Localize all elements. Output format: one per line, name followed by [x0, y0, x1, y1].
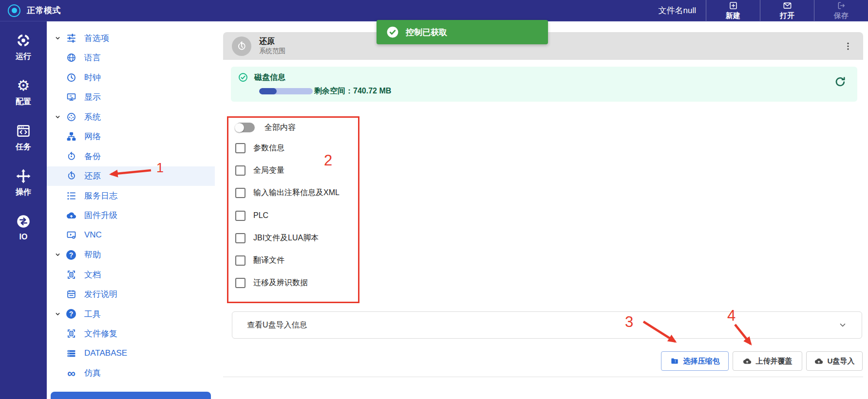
usb-import-info-row[interactable]: 查看U盘导入信息: [232, 311, 862, 339]
io-arrows-icon: [16, 214, 31, 229]
sidebar-item-label: 文档: [84, 269, 101, 280]
clock-icon: [66, 73, 76, 83]
mode-status-icon: [8, 4, 20, 17]
sidebar-item-label: 备份: [84, 151, 101, 162]
restore-options-list: 全部内容 参数信息 全局变量 输入输出注释信息及XML PLC JBI文件及LU…: [227, 116, 359, 294]
checkbox[interactable]: [235, 211, 245, 221]
folder-icon: [670, 357, 679, 365]
checkbox[interactable]: [235, 278, 245, 288]
sidebar-item-vnc[interactable]: VNC: [47, 225, 215, 245]
upload-overwrite-label: 上传并覆盖: [756, 357, 793, 366]
disk-progress-bar: [259, 88, 313, 94]
checkbox[interactable]: [235, 188, 245, 198]
nav-rail-item-tasks[interactable]: 任务: [16, 124, 31, 153]
sidebar-item-backup[interactable]: 备份: [47, 146, 215, 166]
save-button-label: 保存: [834, 11, 849, 20]
database-icon: [66, 348, 76, 359]
sidebar-item-language[interactable]: 语言: [47, 48, 215, 68]
usb-import-info-label: 查看U盘导入信息: [247, 320, 307, 330]
mode-label: 正常模式: [27, 5, 61, 16]
upload-overwrite-button[interactable]: 上传并覆盖: [733, 351, 802, 371]
disk-progress-fill: [259, 88, 277, 94]
nav-rail-label: 任务: [16, 142, 31, 152]
checkbox[interactable]: [235, 165, 245, 176]
select-all-row: 全部内容: [235, 118, 359, 137]
option-row-global-vars: 全局变量: [235, 159, 359, 181]
sidebar-bottom-button[interactable]: [51, 392, 211, 399]
new-button-label: 新建: [726, 11, 740, 20]
sidebar-item-firmware-upgrade[interactable]: 固件升级: [47, 206, 215, 226]
new-file-icon: [729, 1, 738, 10]
sidebar-item-label: 仿真: [84, 367, 101, 379]
sliders-icon: [66, 33, 76, 43]
restore-clock-icon: [236, 41, 247, 52]
chevron-down-icon: [54, 310, 61, 318]
settings-menu: 首选项 语言 时钟 显示 系统 网络: [47, 21, 215, 399]
sidebar-item-simulation[interactable]: 仿真: [47, 363, 215, 383]
select-all-toggle[interactable]: [235, 123, 255, 132]
open-button[interactable]: 打开: [760, 0, 814, 21]
sidebar-item-system[interactable]: 系统: [47, 107, 215, 127]
sidebar-item-service-log[interactable]: 服务日志: [47, 186, 215, 206]
sidebar-item-help[interactable]: 帮助: [47, 245, 215, 265]
nav-rail-label: 运行: [16, 52, 31, 62]
sidebar-item-label: 时钟: [84, 72, 101, 83]
task-window-icon: [16, 124, 31, 138]
panel-header-text: 还原 系统范围: [259, 36, 285, 55]
open-file-icon: [783, 1, 792, 10]
nav-rail-item-operate[interactable]: 操作: [16, 169, 31, 198]
nav-rail-label: IO: [19, 233, 28, 241]
sidebar-item-clock[interactable]: 时钟: [47, 68, 215, 88]
sidebar-item-release-notes[interactable]: 发行说明: [47, 285, 215, 305]
kebab-menu-icon: [843, 41, 853, 51]
checkbox[interactable]: [235, 143, 245, 153]
sidebar-item-display[interactable]: 显示: [47, 88, 215, 108]
sidebar-item-docs[interactable]: 文档: [47, 265, 215, 285]
option-row-io-comments-xml: 输入输出注释信息及XML: [235, 182, 359, 204]
sidebar-item-restore[interactable]: 还原: [47, 166, 215, 186]
refresh-button[interactable]: [834, 75, 847, 88]
sidebar-item-tools[interactable]: 工具: [47, 304, 215, 324]
nav-rail-item-run[interactable]: 运行: [16, 33, 31, 62]
globe-icon: [66, 53, 76, 63]
page-subtitle: 系统范围: [259, 47, 285, 55]
usb-import-label: U盘导入: [828, 357, 855, 366]
save-button[interactable]: 保存: [814, 0, 868, 21]
pick-archive-button[interactable]: 选择压缩包: [661, 351, 729, 371]
kebab-menu-button[interactable]: [842, 40, 854, 53]
sidebar-item-network[interactable]: 网络: [47, 127, 215, 147]
checkbox[interactable]: [235, 255, 245, 266]
service-log-icon: [66, 191, 76, 201]
sidebar-item-label: 网络: [84, 131, 101, 142]
sidebar-item-label: 系统: [84, 111, 101, 123]
usb-import-button[interactable]: U盘导入: [806, 351, 863, 371]
toggle-knob: [235, 123, 244, 132]
refresh-icon: [834, 75, 847, 88]
option-row-migration: 迁移及辨识数据: [235, 272, 359, 294]
nav-rail-item-io[interactable]: IO: [16, 214, 31, 243]
checkbox-label: 参数信息: [253, 143, 284, 153]
checkbox[interactable]: [235, 233, 245, 243]
nav-rail-item-config[interactable]: 配置: [16, 78, 31, 108]
option-row-jbi-lua: JBI文件及LUA脚本: [235, 227, 359, 249]
sidebar-item-database[interactable]: DATABASE: [47, 344, 215, 363]
checkbox-label: 输入输出注释信息及XML: [253, 188, 340, 198]
check-circle-icon: [238, 72, 248, 83]
network-icon: [66, 131, 76, 142]
disk-info-header: 磁盘信息: [238, 72, 849, 83]
sidebar-item-label: 固件升级: [84, 210, 117, 221]
new-button[interactable]: 新建: [706, 0, 760, 21]
save-export-icon: [837, 1, 846, 10]
sidebar-item-label: 文件修复: [84, 328, 117, 339]
nav-rail-label: 操作: [16, 187, 31, 198]
document-brackets-icon: [66, 270, 76, 280]
sidebar-item-preferences[interactable]: 首选项: [47, 28, 215, 48]
sidebar-item-label: 发行说明: [84, 289, 117, 300]
sidebar-item-label: 语言: [84, 52, 101, 63]
checkbox-label: PLC: [253, 211, 268, 220]
mode-indicator: 正常模式: [0, 4, 61, 17]
checkbox-label: JBI文件及LUA脚本: [253, 233, 319, 243]
sidebar-item-file-repair[interactable]: 文件修复: [47, 324, 215, 344]
sidebar-item-label: 服务日志: [84, 190, 117, 201]
open-button-label: 打开: [780, 11, 794, 20]
